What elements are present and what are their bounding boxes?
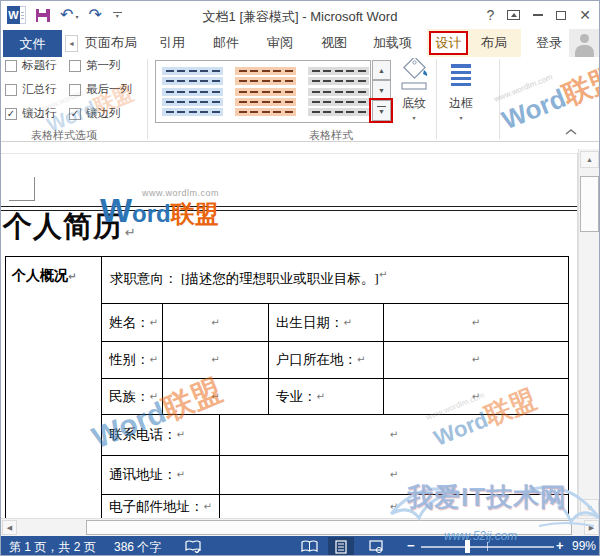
vertical-scrollbar-thumb[interactable] [580,176,599,232]
checkbox-last-column[interactable]: 最后一列 [69,83,132,96]
tab-design-active-with-red-annotation[interactable]: 设计 [429,31,468,55]
borders-dropdown-icon[interactable]: ▾ [459,114,462,121]
ribbon-design-tab-panel: 标题行 第一列 汇总行 最后一列 ✓镶边行 ✓镶边列 表格样式选项 ▲ ▼ ▼ … [1,57,599,142]
table-cell-empty[interactable]: ↵ [163,342,269,378]
tab-addins[interactable]: 加载项 [373,29,412,57]
table-cell-empty[interactable]: ↵ [220,495,568,518]
zoom-slider-center-tick [487,542,488,551]
table-cell-empty[interactable]: ↵ [163,304,269,341]
tab-layout[interactable]: 布局 [481,29,507,57]
ribbon-display-options-button[interactable] [507,10,520,20]
scroll-down-button[interactable]: ▼ [580,499,599,516]
vertical-scrollbar[interactable]: ▲ ▼ [578,149,599,518]
gallery-scroll-up-button[interactable]: ▲ [372,60,391,80]
word-count[interactable]: 386 个字 [114,539,161,556]
undo-icon: ↶ [60,7,73,23]
window-title: 文档1 [兼容模式] - Microsoft Word [203,8,398,26]
read-mode-button[interactable] [296,537,322,556]
table-cell-empty[interactable]: ↵ [384,379,568,414]
horizontal-scrollbar-thumb[interactable] [86,520,572,535]
margin-crop-mark-horizontal [9,200,34,201]
group-label-table-styles: 表格样式 [291,128,371,143]
redo-icon[interactable]: ↷ [88,7,101,23]
table-cell-empty[interactable]: ↵ [384,342,568,378]
tab-page-layout[interactable]: 页面布局 [85,29,137,57]
collapse-ribbon-button[interactable] [565,128,577,136]
undo-dropdown-icon[interactable]: ▾ [75,13,78,20]
table-row-wide: 通讯地址：↵ ↵ [102,456,568,495]
checkbox-icon [5,60,17,72]
horizontal-scrollbar[interactable]: ◀ ▶ [1,518,599,536]
table-cell-section-header[interactable]: 个人概况↵ [6,257,102,518]
table-cell-label[interactable]: 电子邮件地址：↵ [102,495,220,518]
customize-qat-button[interactable]: ▾ [112,10,123,20]
scroll-up-button[interactable]: ▲ [580,151,599,168]
table-cell-label[interactable]: 民族：↵ [102,379,163,414]
word-window: W ↶ ▾ ↷ ▾ 文档1 [兼容模式] - Microsoft Word ? … [0,0,600,556]
zoom-in-button[interactable]: + [556,538,564,553]
scroll-right-button[interactable]: ▶ [584,520,599,535]
table-cell-empty[interactable]: ↵ [384,304,568,341]
template-double-line-top [1,206,578,207]
paint-bucket-icon [398,58,430,94]
borders-button[interactable]: 边框 ▾ [440,58,482,138]
table-row-objective[interactable]: 求职意向： [描述您的理想职业或职业目标。]↵ [102,257,568,304]
checkbox-first-column[interactable]: 第一列 [69,59,121,72]
zoom-slider-thumb[interactable] [465,540,470,553]
avatar-head-icon [580,34,589,43]
tab-review[interactable]: 审阅 [267,29,293,57]
table-cell-empty[interactable]: ↵ [220,415,568,455]
print-layout-icon [335,540,347,554]
checkbox-icon [69,84,81,96]
web-layout-button[interactable] [363,537,389,556]
gallery-scroll-down-button[interactable]: ▼ [372,80,391,100]
table-style-thumbnail-blue[interactable] [162,67,223,116]
checkbox-icon [5,84,17,96]
undo-button[interactable]: ↶ ▾ [60,7,78,23]
table-style-thumbnail-gray[interactable] [308,67,369,116]
close-button[interactable]: ✕ [579,8,591,22]
checkbox-banded-columns[interactable]: ✓镶边列 [69,107,121,120]
zoom-percentage[interactable]: 99% [572,539,596,553]
avatar-body-icon [575,45,594,57]
word-app-icon[interactable]: W [7,6,26,24]
table-cell-empty[interactable]: ↵ [220,456,568,494]
user-avatar[interactable] [569,29,600,57]
table-cell-label[interactable]: 通讯地址：↵ [102,456,220,494]
tab-view[interactable]: 视图 [321,29,347,57]
tab-file[interactable]: 文件 [3,30,62,57]
red-annotation-box-gallery-more [369,98,393,123]
save-icon[interactable] [36,9,50,22]
table-row-wide: 联系电话：↵ ↵ [102,415,568,456]
table-cell-label[interactable]: 出生日期：↵ [269,304,384,341]
checkbox-banded-rows[interactable]: ✓镶边行 [5,107,57,120]
page-indicator[interactable]: 第 1 页，共 2 页 [9,539,96,556]
tab-mailings[interactable]: 邮件 [213,29,239,57]
group-divider [147,59,148,139]
help-button[interactable]: ? [486,7,494,23]
table-cell-label[interactable]: 性别：↵ [102,342,163,378]
table-cell-label[interactable]: 联系电话：↵ [102,415,220,455]
table-style-thumbnail-orange[interactable] [235,67,296,116]
table-row-fields: 姓名：↵ ↵ 出生日期：↵ ↵ [102,304,568,342]
tab-scroll-left-button[interactable]: ◂ [65,35,78,52]
tab-references[interactable]: 引用 [159,29,185,57]
print-layout-button[interactable] [328,537,354,556]
minimize-button[interactable] [533,14,543,16]
shading-button[interactable]: 底纹 ▾ [393,58,435,138]
table-cell-empty[interactable]: ↵ [163,379,269,414]
margin-crop-mark-vertical [34,177,35,201]
checkbox-header-row[interactable]: 标题行 [5,59,57,72]
table-cell-label[interactable]: 户口所在地：↵ [269,342,384,378]
maximize-button[interactable] [556,11,566,20]
shading-dropdown-icon[interactable]: ▾ [412,114,415,121]
table-cell-label[interactable]: 姓名：↵ [102,304,163,341]
checkbox-total-row[interactable]: 汇总行 [5,83,57,96]
scroll-left-button[interactable]: ◀ [2,520,17,535]
table-cell-label[interactable]: 专业：↵ [269,379,384,414]
web-layout-icon [369,540,383,553]
proofing-status-icon[interactable] [185,540,201,553]
sign-in-link[interactable]: 登录 [536,29,562,57]
zoom-out-button[interactable]: − [407,538,415,553]
document-heading[interactable]: 个人简历 ↵ [3,211,136,241]
